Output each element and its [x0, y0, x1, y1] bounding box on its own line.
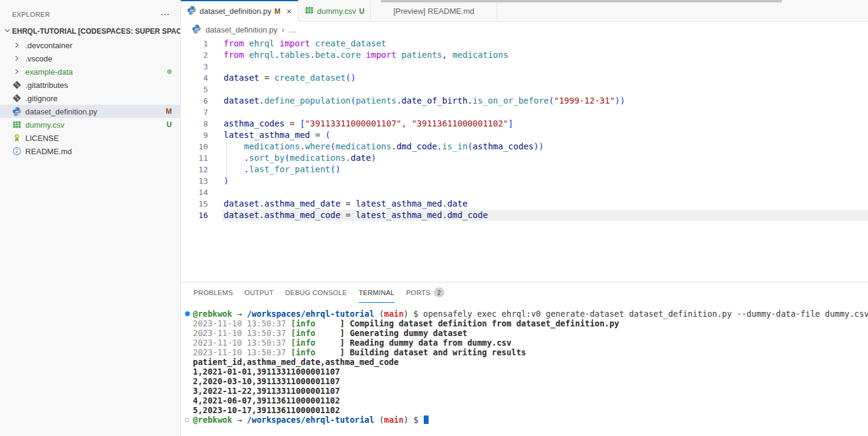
code-line: 1from ehrql import create_dataset	[181, 38, 868, 49]
code-line: 7	[181, 107, 868, 118]
code-line-text: dataset.asthma_med_date = latest_asthma_…	[222, 198, 868, 210]
file-label: example-data	[25, 67, 73, 76]
tab-dummy-csv[interactable]: dummy.csvU	[298, 0, 371, 22]
panel-tab-label: PORTS	[406, 289, 430, 296]
line-number: 1	[181, 38, 208, 49]
terminal-line: 3,2022-11-22,39113311000001107	[193, 386, 868, 396]
python-icon	[12, 107, 22, 116]
panel-tab-problems[interactable]: PROBLEMS	[193, 282, 233, 303]
log-timestamp: 2023-11-10 13:50:37	[193, 328, 286, 338]
tabs-scrollbar[interactable]	[381, 0, 782, 2]
git-icon	[12, 80, 22, 90]
file-tree: .devcontainer.vscodeexample-data.gitattr…	[0, 39, 180, 158]
terminal-line: 2023-11-10 13:50:37 [info ] Generating d…	[193, 328, 868, 338]
terminal-line: patient_id,asthma_med_date,asthma_med_co…	[193, 357, 868, 367]
csv-icon	[12, 120, 22, 129]
log-level: [info	[291, 347, 316, 357]
line-number: 14	[181, 187, 208, 198]
git-icon	[12, 93, 22, 103]
terminal-cursor	[424, 416, 429, 424]
log-message: Reading dummy data from dummy.csv	[350, 338, 511, 347]
panel-tab-output[interactable]: OUTPUT	[245, 282, 274, 303]
sidebar-item-vscode[interactable]: .vscode	[0, 52, 180, 65]
terminal-cwd: /workspaces/ehrql-tutorial	[247, 415, 374, 425]
code-line-text: .sort_by(medications.date)	[222, 152, 868, 164]
terminal-line: @rebkwok → /workspaces/ehrql-tutorial (m…	[193, 415, 868, 425]
sidebar-item-example-data[interactable]: example-data	[0, 65, 180, 78]
editor-tab-bar: dataset_definition.pyM×dummy.csvU[Previe…	[181, 0, 868, 22]
code-line: 10 medications.where(medications.dmd_cod…	[181, 141, 868, 152]
terminal-line: 2023-11-10 13:50:37 [info ] Reading dumm…	[193, 338, 868, 347]
workspace-root-folder[interactable]: EHRQL-TUTORIAL [CODESPACES: SUPER SPACE …	[0, 24, 180, 39]
tab-label: [Preview] README.md	[393, 7, 474, 16]
line-number: 13	[181, 175, 208, 187]
git-status-badge: M	[274, 7, 280, 16]
log-timestamp: 2023-11-10 13:50:37	[193, 347, 286, 357]
sidebar-item-dataset-definition-py[interactable]: dataset_definition.pyM	[0, 105, 180, 118]
tab-preview-readme-md[interactable]: [Preview] README.md	[371, 0, 497, 22]
panel-tab-debug-console[interactable]: DEBUG CONSOLE	[285, 282, 347, 303]
code-line: 5	[181, 84, 868, 95]
code-line-text: from ehrql import create_dataset	[222, 38, 868, 49]
sidebar-item-devcontainer[interactable]: .devcontainer	[0, 39, 180, 52]
code-line-text	[222, 107, 868, 118]
close-icon[interactable]: ×	[286, 8, 292, 15]
chevron-right-icon	[12, 54, 22, 63]
command-decoration-icon[interactable]	[185, 311, 190, 316]
terminal-line: 2023-11-10 13:50:37 [info ] Compiling da…	[193, 319, 868, 328]
line-number: 12	[181, 164, 208, 175]
log-level: [info	[291, 319, 316, 328]
line-number: 8	[181, 118, 208, 129]
file-label: LICENSE	[25, 134, 59, 143]
terminal[interactable]: @rebkwok → /workspaces/ehrql-tutorial (m…	[181, 303, 868, 425]
breadcrumb[interactable]: dataset_definition.py › …	[181, 22, 868, 37]
breadcrumb-separator: ›	[281, 25, 284, 34]
code-line-text: dataset.asthma_med_code = latest_asthma_…	[222, 210, 868, 221]
log-level: [info	[291, 328, 316, 338]
panel-tab-ports[interactable]: PORTS2	[406, 282, 444, 303]
sidebar-item-dummy-csv[interactable]: dummy.csvU	[0, 118, 180, 131]
line-number: 7	[181, 107, 208, 118]
explorer-header: EXPLORER ⋯	[0, 0, 180, 24]
code-line-text: dataset.define_population(patients.date_…	[222, 95, 868, 107]
sidebar-item-license[interactable]: LICENSE	[0, 131, 180, 145]
explorer-sidebar: EXPLORER ⋯ EHRQL-TUTORIAL [CODESPACES: S…	[0, 0, 181, 436]
file-label: README.md	[25, 147, 72, 156]
tab-dataset-definition-py[interactable]: dataset_definition.pyM×	[181, 0, 298, 22]
terminal-output: 4,2021-06-07,39113611000001102	[193, 396, 340, 405]
terminal-user: @rebkwok	[193, 415, 232, 425]
tab-bar-filler	[497, 0, 868, 22]
git-status-badge: U	[359, 7, 365, 16]
panel-tab-label: DEBUG CONSOLE	[285, 289, 347, 296]
terminal-cwd: /workspaces/ehrql-tutorial	[247, 309, 374, 319]
sidebar-item-gitattributes[interactable]: .gitattributes	[0, 78, 180, 92]
terminal-line: 1,2021-01-01,39113311000001107	[193, 367, 868, 376]
line-number: 16	[181, 210, 208, 221]
chevron-down-icon	[2, 26, 12, 37]
panel-tab-terminal[interactable]: TERMINAL	[359, 282, 395, 303]
code-line: 3	[181, 61, 868, 72]
code-line-text: dataset = create_dataset()	[222, 72, 868, 84]
ports-count-badge: 2	[434, 287, 444, 297]
line-number: 10	[181, 141, 208, 152]
chevron-right-icon	[12, 40, 22, 50]
sidebar-item-gitignore[interactable]: .gitignore	[0, 92, 180, 105]
code-line: 8asthma_codes = ["39113311000001107", "3…	[181, 118, 868, 129]
log-message: Compiling dataset definition from datase…	[350, 319, 619, 328]
explorer-title: EXPLORER	[12, 11, 50, 18]
terminal-line: 4,2021-06-07,39113611000001102	[193, 396, 868, 405]
python-icon	[187, 5, 197, 17]
log-timestamp: 2023-11-10 13:50:37	[193, 319, 286, 328]
explorer-more-icon[interactable]: ⋯	[160, 11, 169, 17]
command-decoration-icon[interactable]	[185, 418, 189, 422]
code-editor[interactable]: 1from ehrql import create_dataset2from e…	[181, 37, 868, 221]
python-icon	[192, 24, 201, 36]
sidebar-item-readme-md[interactable]: README.md	[0, 145, 180, 158]
code-line-text: .last_for_patient()	[222, 164, 868, 175]
code-line: 11 .sort_by(medications.date)	[181, 152, 868, 164]
breadcrumb-file: dataset_definition.py	[206, 25, 277, 34]
git-status-badge: M	[166, 107, 172, 116]
log-level: [info	[291, 338, 316, 347]
breadcrumb-ellipsis: …	[289, 25, 297, 34]
code-line-text: medications.where(medications.dmd_code.i…	[222, 141, 868, 152]
